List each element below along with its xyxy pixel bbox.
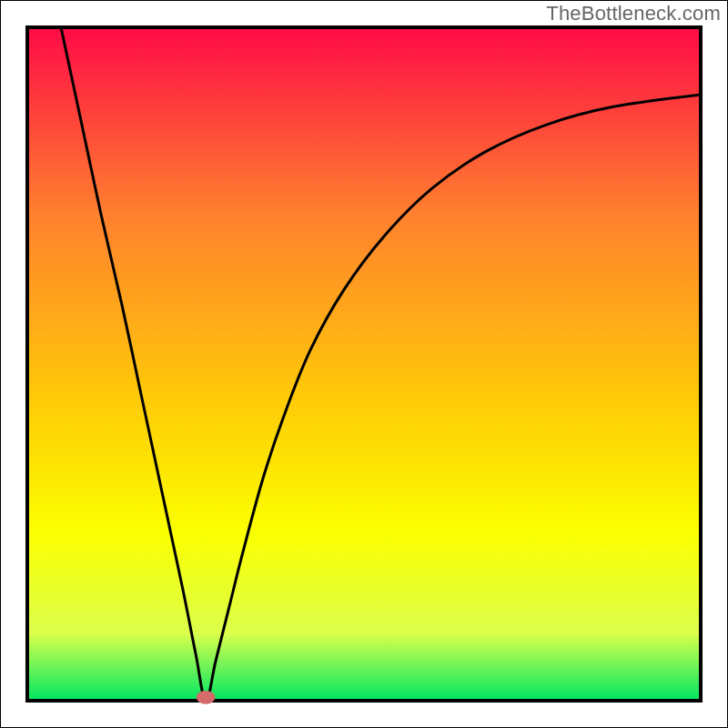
attribution-label: TheBottleneck.com [546,2,721,25]
chart-stage: TheBottleneck.com [0,0,728,728]
bottleneck-chart [0,0,728,728]
plot-background [27,27,701,701]
optimal-point-marker [197,691,216,704]
